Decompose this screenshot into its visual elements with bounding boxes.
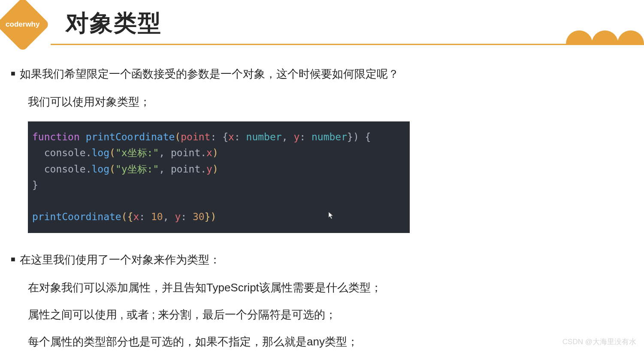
bullet-level2: 在对象我们可以添加属性，并且告知TypeScript该属性需要是什么类型； — [28, 280, 633, 295]
code-punct: ( — [109, 147, 115, 158]
code-prop: y — [206, 163, 212, 175]
bullet-text: 属性之间可以使用 , 或者 ; 来分割，最后一个分隔符是可选的； — [28, 307, 336, 322]
bullet-text: 如果我们希望限定一个函数接受的参数是一个对象，这个时候要如何限定呢？ — [20, 67, 399, 82]
code-keyword: function — [32, 131, 80, 142]
code-type: number — [311, 131, 347, 142]
bullet-level1: 如果我们希望限定一个函数接受的参数是一个对象，这个时候要如何限定呢？ — [11, 67, 633, 82]
code-punct: : — [139, 211, 151, 222]
code-punct: ( — [109, 163, 115, 175]
code-punct: : — [181, 211, 193, 222]
code-method: log — [92, 163, 110, 175]
slide-content: 如果我们希望限定一个函数接受的参数是一个对象，这个时候要如何限定呢？ 我们可以使… — [0, 45, 644, 349]
code-function: printCoordinate — [32, 211, 121, 222]
code-punct: . — [200, 163, 206, 175]
code-prop: x — [228, 131, 234, 142]
bullet-level2: 我们可以使用对象类型； — [28, 94, 633, 109]
code-punct: : { — [210, 131, 228, 142]
code-line — [32, 193, 405, 209]
code-punct: ( — [175, 131, 181, 142]
bullet-text: 在对象我们可以添加属性，并且告知TypeScript该属性需要是什么类型； — [28, 280, 382, 295]
bullet-text: 我们可以使用对象类型； — [28, 94, 151, 109]
slide-header: coderwhy 对象类型 — [51, 0, 644, 45]
code-param: point — [181, 131, 210, 142]
code-punct: , — [159, 147, 171, 158]
bump-icon — [566, 30, 593, 45]
code-line: console.log("y坐标:", point.y) — [32, 161, 405, 177]
bump-icon — [592, 30, 618, 45]
code-punct: , — [163, 211, 175, 222]
code-obj: console — [44, 163, 86, 175]
code-line: printCoordinate({x: 10, y: 30}) — [32, 209, 405, 225]
code-punct: , — [159, 163, 171, 175]
bump-icon — [617, 30, 644, 45]
code-prop: y — [175, 211, 181, 222]
code-line: } — [32, 177, 405, 193]
code-number: 10 — [151, 211, 163, 222]
code-punct: }) { — [347, 131, 371, 142]
logo-text: coderwhy — [6, 20, 39, 29]
code-line: console.log("x坐标:", point.x) — [32, 145, 405, 161]
code-punct: , — [282, 131, 294, 142]
code-punct: }) — [205, 211, 217, 222]
bullet-text: 每个属性的类型部分也是可选的，如果不指定，那么就是any类型； — [28, 334, 358, 349]
code-punct: ({ — [121, 211, 133, 222]
code-line: function printCoordinate(point: {x: numb… — [32, 129, 405, 145]
code-punct: . — [86, 163, 92, 175]
slide-title: 对象类型 — [66, 8, 162, 39]
watermark-text: CSDN @大海里没有水 — [562, 337, 636, 347]
code-punct: . — [86, 147, 92, 158]
bullet-level2: 每个属性的类型部分也是可选的，如果不指定，那么就是any类型； — [28, 334, 633, 349]
code-snippet: function printCoordinate(point: {x: numb… — [28, 121, 410, 233]
bullet-text: 在这里我们使用了一个对象来作为类型： — [20, 252, 221, 267]
code-prop: x — [206, 147, 212, 158]
bullet-level2: 属性之间可以使用 , 或者 ; 来分割，最后一个分隔符是可选的； — [28, 307, 633, 322]
code-prop: x — [133, 211, 139, 222]
code-obj: point — [171, 147, 200, 158]
code-punct: : — [299, 131, 311, 142]
code-type: number — [246, 131, 282, 142]
code-punct: : — [234, 131, 246, 142]
code-prop: y — [293, 131, 299, 142]
logo-badge: coderwhy — [0, 0, 50, 52]
cursor-icon — [328, 212, 334, 219]
code-punct: . — [200, 147, 206, 158]
decorative-bumps — [567, 30, 644, 45]
code-number: 30 — [193, 211, 205, 222]
code-obj: point — [171, 163, 200, 175]
code-string: "y坐标:" — [115, 163, 159, 175]
code-obj: console — [44, 147, 86, 158]
code-punct: ) — [212, 147, 218, 158]
code-method: log — [92, 147, 110, 158]
code-brace: } — [32, 179, 38, 191]
code-punct: ) — [212, 163, 218, 175]
code-string: "x坐标:" — [115, 147, 159, 158]
code-function: printCoordinate — [86, 131, 175, 142]
bullet-level1: 在这里我们使用了一个对象来作为类型： — [11, 252, 633, 267]
